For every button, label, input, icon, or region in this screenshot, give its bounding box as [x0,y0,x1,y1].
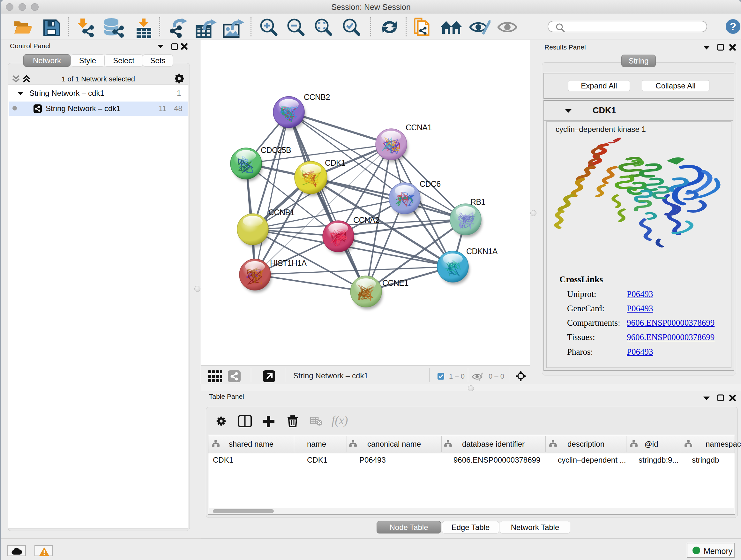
svg-text:CDC25B: CDC25B [261,145,291,154]
svg-text:CCNB1: CCNB1 [268,208,294,217]
svg-text:?: ? [730,20,737,33]
svg-text:CCNE1: CCNE1 [382,278,408,287]
svg-text:CCNA2: CCNA2 [353,215,380,225]
svg-text:RB1: RB1 [470,197,485,206]
svg-text:CDKN1A: CDKN1A [466,247,498,256]
svg-text:CCNA1: CCNA1 [406,123,432,132]
svg-text:CDK1: CDK1 [325,159,345,167]
svg-text:CDC6: CDC6 [420,179,441,188]
svg-text:HIST1H1A: HIST1H1A [270,259,307,267]
svg-text:CCNB2: CCNB2 [304,92,330,102]
